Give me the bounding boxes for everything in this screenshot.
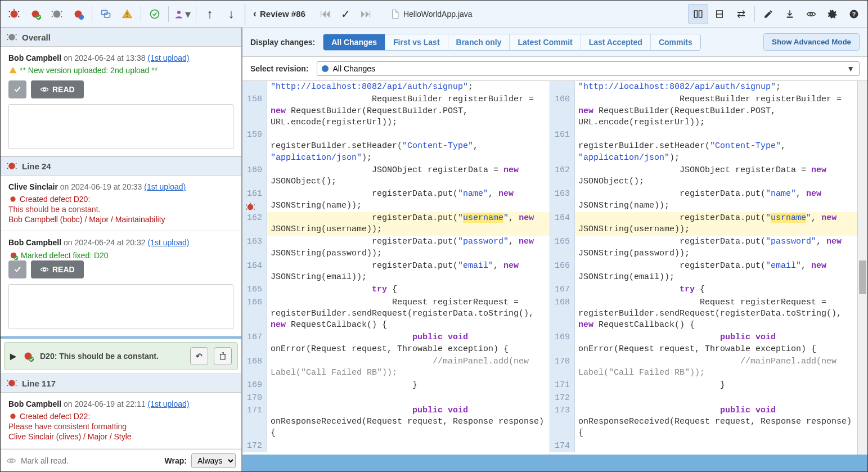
code-row[interactable]: 164 registerData.put("email", new JSONSt… [242,260,550,284]
filter-pill-commits[interactable]: Commits [651,34,700,50]
code-row[interactable]: 166 registerData.put("email", new JSONSt… [550,260,857,284]
code-content: registerData.put("name", new JSONString(… [267,188,550,212]
scrollbar[interactable] [857,81,867,455]
read-button[interactable]: READ [31,260,84,278]
code-row[interactable]: 172 [550,392,857,404]
comment-input[interactable] [8,104,233,149]
code-row[interactable]: 173 public void onResponseReceived(Reque… [550,404,857,440]
code-row[interactable]: 162 registerData.put("username", new JSO… [242,212,550,236]
user-menu-icon[interactable]: ▾ [172,4,192,24]
code-row[interactable]: 165 try { [242,284,550,296]
revision-select[interactable]: All Changes ▼ [317,61,860,76]
scrollbar-thumb[interactable] [859,260,866,294]
code-row[interactable]: 161 registerData.put("name", new JSONStr… [242,188,550,212]
bug-marker-icon[interactable] [245,202,256,212]
code-row[interactable]: 166 Request registerRequest = registerBu… [242,296,550,332]
help-icon[interactable]: ? [844,4,864,24]
code-row[interactable]: 171 public void onResponseReceived(Reque… [242,404,550,440]
filter-pill-first-vs-last[interactable]: First vs Last [385,34,448,50]
upload-link[interactable]: (1st upload) [147,53,189,62]
code-row[interactable]: 174 [550,440,857,452]
code-row[interactable]: 164 registerData.put("usrname", new JSON… [550,212,857,236]
code-row[interactable]: 160 RequestBuilder registerBuilder = new… [550,93,857,129]
download-icon[interactable] [780,4,800,24]
code-row[interactable]: 167 public void onError(Request request,… [242,331,550,356]
play-icon[interactable]: ▶ [10,352,16,361]
check-circle-icon[interactable] [145,4,165,24]
section-header[interactable]: Line 24 [1,156,241,176]
mark-all-read[interactable]: Mark all read. [21,456,69,465]
code-content: registerData.put("email", new JSONString… [267,260,550,284]
nav-first-icon[interactable]: ⏮ [316,4,336,24]
code-row[interactable]: 170 [242,392,550,404]
read-button[interactable]: READ [31,80,84,98]
gear-icon[interactable] [822,4,843,24]
code-row[interactable]: 168 Request registerRequest = registerBu… [550,296,857,332]
show-advanced-button[interactable]: Show Advanced Mode [763,33,860,51]
side-by-side-icon[interactable] [688,4,708,24]
line-number: 169 [550,331,575,356]
code-row[interactable]: 172 [242,440,550,452]
filter-pill-latest-commit[interactable]: Latest Commit [510,34,581,50]
warning-icon[interactable]: ! [117,4,137,24]
section-header[interactable]: Overall [1,28,241,47]
delete-button[interactable] [214,347,232,365]
filter-pill-all-changes[interactable]: All Changes [323,34,385,50]
arrow-down-icon[interactable]: ↓ [221,4,241,24]
upload-link[interactable]: (1st upload) [147,399,189,408]
bug-green-icon[interactable] [25,4,46,24]
section-header[interactable]: Line 117 [1,374,241,393]
code-row[interactable]: 169 } [242,379,550,392]
swap-icon[interactable]: ⇄ [731,4,751,24]
upload-link[interactable]: (1st upload) [147,238,189,247]
accept-circle-icon[interactable] [8,260,26,278]
code-row[interactable]: 160 JSONObject registerData = new JSONOb… [242,164,550,188]
diff-pane: Display changes: All ChangesFirst vs Las… [242,28,867,471]
accept-circle-icon[interactable] [8,80,26,98]
code-row[interactable]: 162 JSONObject registerData = new JSONOb… [550,164,857,188]
edit-icon[interactable] [758,4,779,24]
chat-icon[interactable] [96,4,116,24]
eye-icon[interactable] [801,4,821,24]
code-row[interactable]: 167 try { [550,284,857,296]
code-content: Request registerRequest = registerBuilde… [267,296,550,332]
code-row[interactable]: 171 } [550,379,857,392]
nav-last-icon[interactable]: ⏭ [356,4,376,24]
line-number: 174 [550,440,575,452]
code-row[interactable]: 169 public void onError(Request request,… [550,331,857,356]
filter-pill-last-accepted[interactable]: Last Accepted [581,34,651,50]
bug-grey-icon[interactable] [47,4,67,24]
review-title[interactable]: ‹ Review #86 [253,8,305,20]
upload-link[interactable]: (1st upload) [144,182,186,191]
code-content: "http://localhost:8082/api/auth/signup"; [267,81,550,93]
line-number [550,81,575,93]
unified-icon[interactable] [709,4,730,24]
code-row[interactable]: 158 RequestBuilder registerBuilder = new… [242,93,550,129]
undo-button[interactable]: ↶ [190,347,208,365]
line-number: 172 [550,392,575,404]
code-row[interactable]: 159 registerBuilder.setHeader("Content-T… [242,129,550,164]
code-row[interactable]: 165 registerData.put("password", new JSO… [550,236,857,260]
code-row[interactable]: 163 registerData.put("password", new JSO… [242,236,550,260]
code-row[interactable]: 170 //mainPanel.add(new Label("Call Fail… [550,356,857,380]
nav-check-icon[interactable]: ✓ [336,4,356,24]
code-row[interactable]: 163 registerData.put("name", new JSONStr… [550,188,857,212]
code-row[interactable]: "http://localhost:8082/api/auth/signup"; [550,81,857,93]
arrow-up-icon[interactable]: ↑ [200,4,220,24]
svg-text:!: ! [126,12,128,18]
bug-blue-icon[interactable] [68,4,88,24]
code-row[interactable]: "http://localhost:8082/api/auth/signup"; [242,81,550,93]
code-content: registerData.put("password", new JSONStr… [267,236,550,260]
bottom-status-bar [242,455,867,471]
svg-point-23 [10,196,15,201]
code-content [575,392,857,404]
bug-red-icon[interactable] [4,4,24,24]
filter-bar: Display changes: All ChangesFirst vs Las… [242,28,867,57]
comment-input[interactable] [8,284,233,329]
line-number: 161 [550,129,575,164]
wrap-select[interactable]: Always [191,453,236,468]
filter-pill-branch-only[interactable]: Branch only [448,34,510,50]
code-row[interactable]: 168 //mainPanel.add(new Label("Call Fail… [242,356,550,380]
code-row[interactable]: 161 registerBuilder.setHeader("Content-T… [550,129,857,164]
comment-item: Bob Campbell on 2024-06-19 at 22:11 (1st… [1,393,241,448]
